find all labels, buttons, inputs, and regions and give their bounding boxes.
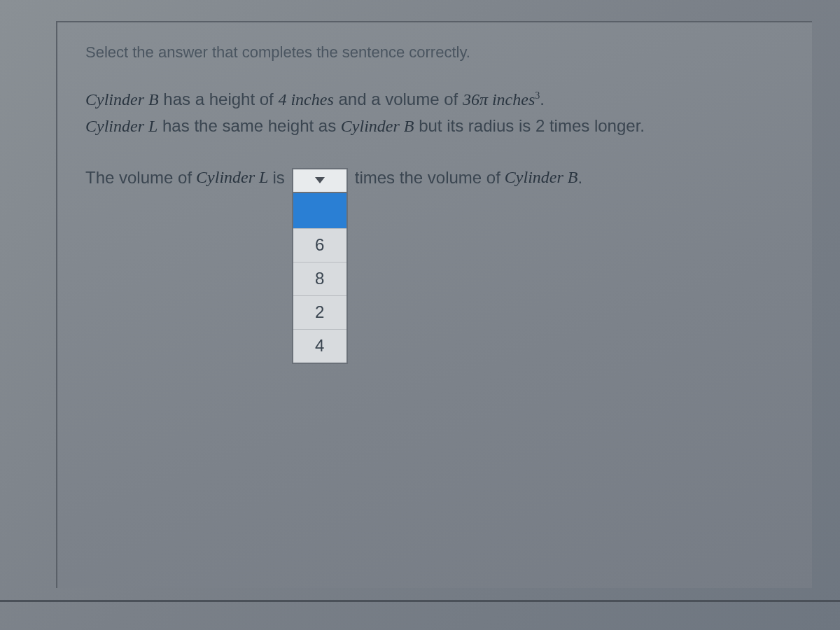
dropdown-option-4[interactable]: 4 [293,329,346,363]
question-panel: Select the answer that completes the sen… [56,21,812,588]
dropdown-option-6[interactable]: 6 [293,228,346,262]
dropdown-option-2[interactable]: 2 [293,295,346,329]
term-cylinder-b-3: Cylinder B [505,168,578,187]
answer-dropdown[interactable]: 6 8 2 4 [292,168,348,364]
dropdown-option-8[interactable]: 8 [293,262,346,295]
height-value: 4 inches [278,90,333,108]
volume-value: 36π inches [463,90,535,108]
dropdown-option-blank[interactable] [293,193,346,228]
dropdown-list[interactable]: 6 8 2 4 [292,193,348,364]
problem-statement: Cylinder B has a height of 4 inches and … [85,86,784,140]
term-cylinder-b: Cylinder B [85,90,159,108]
instruction-text: Select the answer that completes the sen… [85,43,784,62]
term-cylinder-b-2: Cylinder B [341,117,414,135]
term-cylinder-l-2: Cylinder L [196,168,268,187]
answer-sentence: The volume of Cylinder L is 6 8 2 4 time… [85,168,784,364]
bottom-divider [0,600,840,602]
dropdown-trigger[interactable] [292,168,348,193]
chevron-down-icon [315,177,325,184]
term-cylinder-l: Cylinder L [85,117,158,135]
